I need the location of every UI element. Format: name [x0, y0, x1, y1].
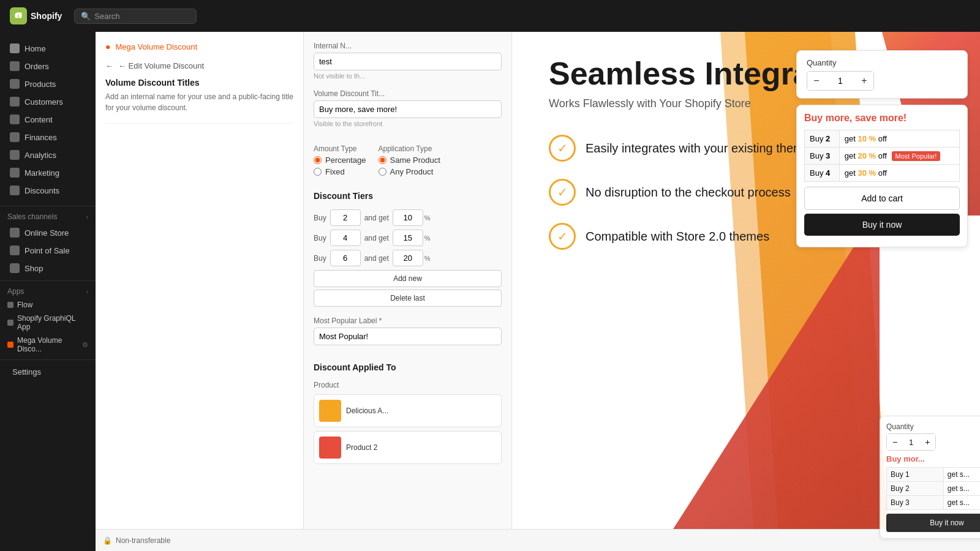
mega-volume-icon: [7, 342, 13, 348]
discount-buy-3: Buy 4: [805, 165, 840, 182]
product-name-1: Delicious A...: [346, 407, 388, 415]
sidebar-item-home[interactable]: Home: [2, 40, 93, 57]
back-button[interactable]: ← ← Edit Volume Discount: [105, 61, 204, 70]
delete-last-button[interactable]: Delete last: [314, 290, 502, 307]
dw-title: Buy more, save more!: [804, 113, 960, 124]
sidebar-item-settings[interactable]: Settings: [0, 364, 96, 380]
s-buy-1: Buy 1: [887, 468, 944, 482]
sidebar-item-mega-volume[interactable]: Mega Volume Disco... ⚙: [0, 334, 96, 356]
check-circle-2: ✓: [549, 179, 576, 206]
tier3-qty-input[interactable]: [330, 250, 361, 266]
discount-row-1: Buy 2 get 10 % off: [805, 130, 960, 148]
sidebar: Home Orders Products Customers Content F…: [0, 32, 96, 551]
most-popular-input[interactable]: [314, 328, 502, 345]
product-thumb-1: [319, 400, 341, 422]
secondary-qty-value: 1: [903, 438, 919, 447]
tier1-pct-input[interactable]: [393, 209, 423, 226]
sidebar-nav-section: Home Orders Products Customers Content F…: [0, 37, 96, 202]
secondary-qty-increment[interactable]: +: [919, 434, 935, 450]
checkmark-icon-3: ✓: [557, 229, 568, 244]
sidebar-item-products[interactable]: Products: [2, 75, 93, 92]
volume-title-label: Volume Discount Tit...: [314, 89, 502, 98]
tier1-qty-input[interactable]: [330, 209, 361, 226]
sidebar-item-shop[interactable]: Shop: [2, 260, 93, 277]
sidebar-item-customers[interactable]: Customers: [2, 93, 93, 110]
sidebar-item-pos[interactable]: Point of Sale: [2, 242, 93, 259]
section-titles-desc: Add an internal name for your use and a …: [105, 91, 293, 113]
application-type-group: Same Product Any Product: [379, 156, 440, 176]
add-new-button[interactable]: Add new: [314, 270, 502, 287]
tier3-pct-symbol: %: [424, 255, 431, 262]
apps-chevron[interactable]: ›: [86, 288, 88, 295]
discount-table: Buy 2 get 10 % off Buy 3 get 20 % off Mo…: [804, 130, 960, 182]
checkmark-icon-1: ✓: [557, 141, 568, 156]
secondary-buy-now-button[interactable]: Buy it now: [886, 514, 980, 532]
customers-icon: [10, 97, 20, 107]
radio-percentage[interactable]: Percentage: [314, 156, 366, 165]
search-bar[interactable]: 🔍 Search: [74, 9, 197, 24]
internal-name-input[interactable]: [314, 53, 502, 70]
product-name-2: Product 2: [346, 443, 377, 452]
tier1-pct-symbol: %: [424, 214, 431, 222]
qty-value: 1: [831, 76, 850, 86]
qty-decrement-button[interactable]: −: [807, 72, 826, 90]
discount-row-3: Buy 4 get 30 % off: [805, 165, 960, 182]
sidebar-item-online-store[interactable]: Online Store: [2, 224, 93, 241]
tier2-pct-input[interactable]: [393, 230, 423, 246]
checkmark-icon-2: ✓: [557, 185, 568, 200]
home-icon: [10, 43, 20, 53]
secondary-qty-decrement[interactable]: −: [887, 434, 903, 450]
sales-channels-chevron[interactable]: ›: [86, 214, 88, 220]
most-popular-section: Most Popular Label *: [314, 317, 502, 345]
discount-buy-2: Buy 3: [805, 148, 840, 165]
lock-icon: 🔒: [103, 536, 112, 545]
add-to-cart-button[interactable]: Add to cart: [804, 187, 960, 210]
sidebar-item-content[interactable]: Content: [2, 111, 93, 128]
s-get-2: get s...: [943, 482, 980, 496]
apps-header: Apps ›: [0, 285, 96, 298]
graphiql-icon: [7, 320, 13, 326]
content-icon: [10, 114, 20, 124]
radio-any-product[interactable]: Any Product: [379, 167, 440, 176]
form-panel: ● Mega Volume Discount ← ← Edit Volume D…: [96, 32, 304, 551]
section-titles-label: Volume Discount Titles: [105, 78, 293, 88]
radio-fixed[interactable]: Fixed: [314, 167, 366, 176]
tier-row-2: Buy and get %: [314, 230, 502, 246]
buy-now-button[interactable]: Buy it now: [804, 214, 960, 236]
s-buy-2: Buy 2: [887, 482, 944, 496]
sidebar-item-analytics[interactable]: Analytics: [2, 146, 93, 163]
product-label: Product: [314, 381, 502, 389]
volume-title-input[interactable]: [314, 100, 502, 118]
amount-type-group: Percentage Fixed: [314, 156, 366, 176]
volume-title-note: Visible to the storefront: [314, 120, 502, 127]
popular-badge: Most Popular!: [892, 151, 941, 161]
widget-preview: Quantity − 1 + Buy more, save more! Buy …: [796, 50, 968, 247]
finances-icon: [10, 132, 20, 142]
marketing-icon: [10, 168, 20, 178]
qty-label: Quantity: [807, 58, 957, 67]
sidebar-item-marketing[interactable]: Marketing: [2, 164, 93, 181]
s-get-3: get s...: [943, 496, 980, 510]
back-arrow-icon: ←: [105, 61, 113, 70]
product-card-1: Delicious A...: [314, 394, 502, 427]
topbar: Shopify 🔍 Search: [0, 0, 980, 32]
tier2-qty-input[interactable]: [330, 230, 361, 246]
sidebar-item-discounts[interactable]: Discounts: [2, 182, 93, 199]
discount-get-2: get 20 % off Most Popular!: [839, 148, 959, 165]
qty-increment-button[interactable]: +: [855, 72, 873, 90]
sidebar-item-flow[interactable]: Flow: [0, 298, 96, 312]
analytics-icon: [10, 150, 20, 160]
internal-name-note: Not visible to th...: [314, 72, 502, 80]
pos-icon: [10, 246, 20, 255]
mega-volume-settings-icon[interactable]: ⚙: [82, 341, 88, 349]
secondary-dw-title: Buy mor...: [886, 454, 980, 463]
sidebar-item-graphiql[interactable]: Shopify GraphiQL App: [0, 312, 96, 334]
discount-buy-1: Buy 2: [805, 130, 840, 148]
sidebar-item-orders[interactable]: Orders: [2, 58, 93, 75]
tier3-pct-input[interactable]: [393, 250, 423, 266]
internal-name-section: Internal N... Not visible to th...: [314, 42, 502, 80]
product-card-2: Product 2: [314, 431, 502, 464]
radio-same-product[interactable]: Same Product: [379, 156, 440, 165]
sidebar-item-finances[interactable]: Finances: [2, 129, 93, 146]
most-popular-label: Most Popular Label *: [314, 317, 502, 325]
